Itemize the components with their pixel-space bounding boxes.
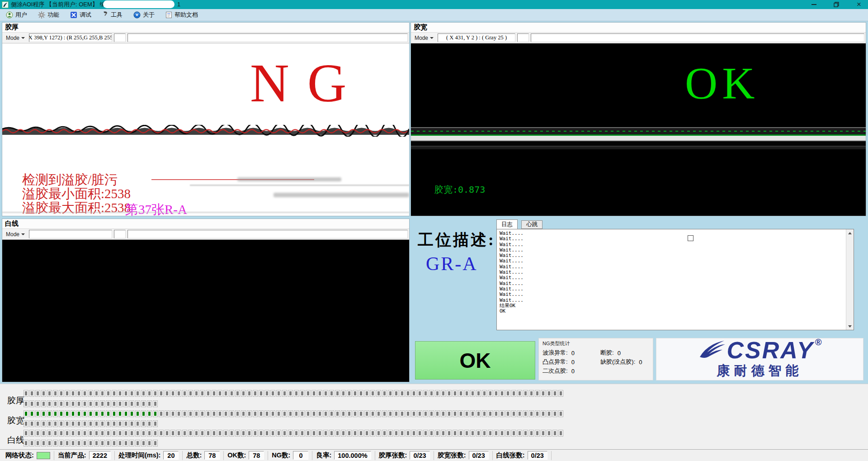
progress-square-empty — [311, 430, 316, 437]
tab-log[interactable]: 日志 — [496, 219, 518, 229]
progress-square-row — [24, 400, 158, 407]
progress-square-empty — [541, 410, 546, 417]
defect-line: 溢胶最小面积:2538 — [22, 187, 131, 201]
minimize-button[interactable] — [810, 1, 817, 8]
progress-square-empty — [447, 430, 452, 437]
progress-square-empty — [359, 390, 363, 397]
progress-square-empty — [29, 400, 34, 407]
progress-square-empty — [170, 410, 175, 417]
scroll-up-button[interactable] — [847, 229, 854, 237]
progress-square-empty — [341, 390, 346, 397]
progress-square-filled — [35, 410, 40, 417]
progress-square-empty — [406, 410, 410, 417]
menu-item[interactable]: 工具 — [98, 10, 127, 20]
progress-square-empty — [359, 430, 363, 437]
progress-square-empty — [188, 410, 193, 417]
progress-square-empty — [400, 430, 405, 437]
progress-square-empty — [288, 430, 293, 437]
progress-square-empty — [194, 430, 199, 437]
progress-square-empty — [511, 430, 516, 437]
progress-square-empty — [35, 390, 40, 397]
progress-square-empty — [153, 440, 158, 447]
menu-item-label: 调试 — [80, 11, 91, 19]
progress-square-empty — [165, 430, 170, 437]
log-checkbox[interactable] — [688, 235, 693, 241]
progress-square-empty — [541, 430, 546, 437]
menu-item[interactable]: 帮助文档 — [161, 10, 202, 20]
stat-value: 0 — [639, 359, 642, 366]
close-button[interactable]: × — [855, 1, 863, 8]
result-ok-label: OK — [685, 61, 759, 106]
progress-square-empty — [182, 390, 187, 397]
wide-field[interactable] — [127, 230, 408, 238]
inspection-image-glue-thickness[interactable]: NG 检测到溢胶/脏污 溢胶最小面积:2538 溢胶最大面积:2538 第37张… — [2, 43, 409, 216]
mode-dropdown[interactable]: Mode — [4, 33, 27, 42]
restore-button[interactable] — [833, 1, 840, 8]
mode-toolbar: Mode (X 398,Y 1272) : (R 255,G 255,B 255… — [2, 33, 409, 43]
progress-square-filled — [65, 410, 70, 417]
progress-square-empty — [253, 430, 258, 437]
log-output[interactable]: Wait....Wait....Wait....Wait....Wait....… — [496, 229, 854, 330]
progress-row-label: 白线 — [7, 434, 24, 446]
progress-square-empty — [112, 430, 117, 437]
stat-item — [600, 366, 649, 375]
progress-square-empty — [470, 430, 475, 437]
progress-square-empty — [488, 390, 493, 397]
progress-square-empty — [423, 390, 428, 397]
pixel-coords-readout[interactable] — [29, 230, 112, 238]
progress-square-row — [24, 410, 563, 417]
panel-white-line: 白线 Mode — [2, 219, 410, 382]
progress-square-filled — [118, 410, 123, 417]
progress-square-empty — [65, 430, 70, 437]
menu-item[interactable]: 关于 — [129, 10, 159, 20]
mode-dropdown[interactable]: Mode — [4, 230, 27, 238]
small-field[interactable] — [517, 33, 529, 42]
progress-square-empty — [135, 400, 140, 407]
pixel-coords-readout[interactable]: (X 398,Y 1272) : (R 255,G 255,B 255) — [29, 33, 112, 42]
progress-square-empty — [382, 430, 387, 437]
menu-item[interactable]: 用户 — [2, 10, 31, 20]
progress-square-empty — [317, 430, 322, 437]
progress-square-empty — [406, 430, 410, 437]
progress-square-empty — [200, 430, 205, 437]
progress-square-empty — [558, 410, 563, 417]
log-line: Wait.... — [500, 236, 851, 242]
status-label: 当前产品: — [58, 451, 86, 460]
progress-square-empty — [147, 400, 152, 407]
status-item: OK数:78 — [224, 451, 268, 460]
mode-dropdown[interactable]: Mode — [412, 33, 436, 42]
status-label: 白线张数: — [496, 451, 525, 460]
progress-square-empty — [294, 410, 299, 417]
progress-square-empty — [59, 390, 64, 397]
network-status-indicator — [37, 452, 50, 459]
small-field[interactable] — [114, 33, 126, 42]
progress-square-empty — [347, 390, 352, 397]
menu-item[interactable]: 调试 — [66, 10, 95, 20]
small-field[interactable] — [114, 230, 126, 238]
wide-field[interactable] — [531, 33, 864, 42]
progress-square-empty — [458, 410, 463, 417]
log-scrollbar[interactable] — [846, 229, 854, 330]
progress-square-empty — [129, 390, 134, 397]
wide-field[interactable] — [127, 33, 408, 42]
progress-square-empty — [24, 440, 28, 447]
progress-square-filled — [47, 410, 52, 417]
progress-square-empty — [311, 410, 316, 417]
menu-item[interactable]: 功能 — [34, 10, 63, 20]
smudge — [237, 177, 341, 181]
inspection-image-white-line[interactable] — [2, 240, 409, 382]
progress-square-empty — [376, 410, 381, 417]
overall-result-ok-button[interactable]: OK — [415, 341, 535, 380]
progress-square-empty — [494, 430, 499, 437]
progress-square-empty — [94, 420, 99, 427]
tab-heartbeat[interactable]: 心跳 — [521, 220, 542, 229]
progress-square-empty — [106, 400, 111, 407]
progress-square-empty — [264, 390, 269, 397]
progress-square-empty — [71, 390, 75, 397]
scroll-down-button[interactable] — [847, 323, 854, 330]
progress-square-empty — [35, 420, 40, 427]
pixel-coords-readout[interactable]: ( X 431, Y 2 ) : ( Gray 25 ) — [438, 33, 515, 42]
progress-square-empty — [323, 390, 328, 397]
inspection-image-glue-width[interactable]: OK 胶宽:0.873 — [411, 43, 866, 216]
progress-square-empty — [411, 410, 416, 417]
